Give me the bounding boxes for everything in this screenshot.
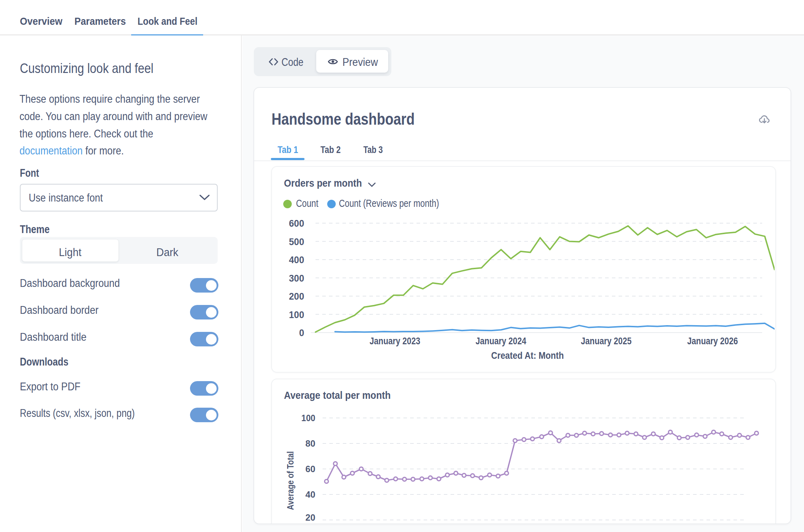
svg-text:100: 100: [289, 309, 304, 320]
svg-text:300: 300: [289, 273, 304, 284]
svg-text:20: 20: [306, 513, 316, 522]
svg-text:January 2026: January 2026: [687, 335, 738, 346]
svg-text:100: 100: [301, 413, 316, 423]
svg-text:January 2023: January 2023: [370, 335, 420, 346]
svg-text:January 2025: January 2025: [581, 335, 632, 346]
svg-text:60: 60: [306, 464, 316, 474]
svg-text:Created At: Month: Created At: Month: [491, 350, 564, 361]
svg-text:200: 200: [289, 291, 304, 302]
svg-text:500: 500: [289, 236, 304, 247]
svg-text:400: 400: [289, 254, 304, 265]
svg-text:0: 0: [299, 327, 304, 338]
svg-text:January 2024: January 2024: [476, 335, 526, 346]
svg-text:Average of Total: Average of Total: [285, 451, 296, 510]
svg-text:600: 600: [289, 218, 304, 229]
svg-text:80: 80: [306, 438, 316, 448]
svg-text:40: 40: [306, 489, 316, 499]
